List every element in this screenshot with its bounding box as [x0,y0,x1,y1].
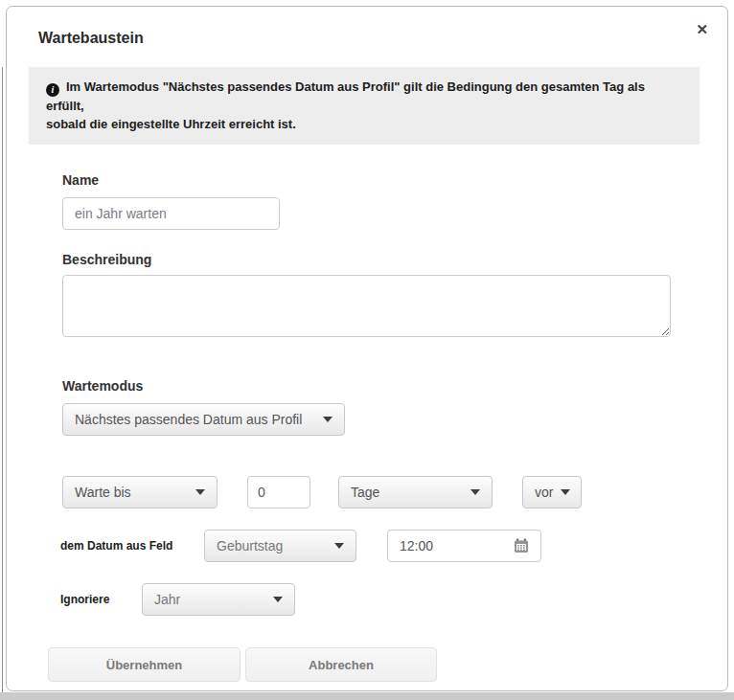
info-text-line1: Im Wartemodus "Nächstes passendes Datum … [46,79,645,113]
info-icon: i [46,83,59,97]
chevron-down-icon [561,489,570,495]
name-input[interactable] [62,197,280,230]
chevron-down-icon [195,489,205,495]
background-bottom-strip [0,692,734,700]
info-line-1: iIm Wartemodus "Nächstes passendes Datum… [46,78,684,115]
date-field-label: dem Datum aus Feld [60,539,204,553]
chevron-down-icon [273,597,283,602]
wait-until-selected-value: Warte bis [75,485,131,500]
description-label: Beschreibung [62,252,727,267]
wait-mode-selected-value: Nächstes passendes Datum aus Profil [75,412,302,427]
close-icon[interactable]: ✕ [696,22,708,36]
calendar-icon[interactable] [514,538,529,553]
wait-until-select[interactable]: Warte bis [62,476,218,508]
background-page-edge [2,67,3,696]
offset-input[interactable] [247,476,310,508]
direction-selected-value: vor [535,485,553,500]
wait-mode-label: Wartemodus [62,378,727,394]
wait-mode-select[interactable]: Nächstes passendes Datum aus Profil [62,403,345,436]
info-text-line2: sobald die eingestellte Uhrzeit erreicht… [46,115,684,133]
time-input[interactable]: 12:00 [387,530,541,562]
chevron-down-icon [323,417,333,422]
time-value: 12:00 [400,538,433,553]
name-label: Name [62,172,727,188]
chevron-down-icon [334,543,344,549]
wartebaustein-dialog: ✕ Wartebaustein iIm Wartemodus "Nächstes… [6,6,728,691]
ignore-select[interactable]: Jahr [142,583,295,616]
description-textarea[interactable] [62,275,671,337]
cancel-button[interactable]: Abbrechen [245,647,437,682]
apply-button[interactable]: Übernehmen [48,647,241,682]
ignore-label: Ignoriere [60,593,142,606]
unit-selected-value: Tage [351,485,379,500]
unit-select[interactable]: Tage [338,476,493,508]
chevron-down-icon [470,489,480,495]
direction-select[interactable]: vor [522,476,582,508]
date-field-selected-value: Geburtstag [217,538,283,553]
dialog-title: Wartebaustein [38,29,727,47]
ignore-selected-value: Jahr [154,592,180,607]
info-box: iIm Wartemodus "Nächstes passendes Datum… [29,67,700,145]
date-field-select[interactable]: Geburtstag [204,530,356,562]
